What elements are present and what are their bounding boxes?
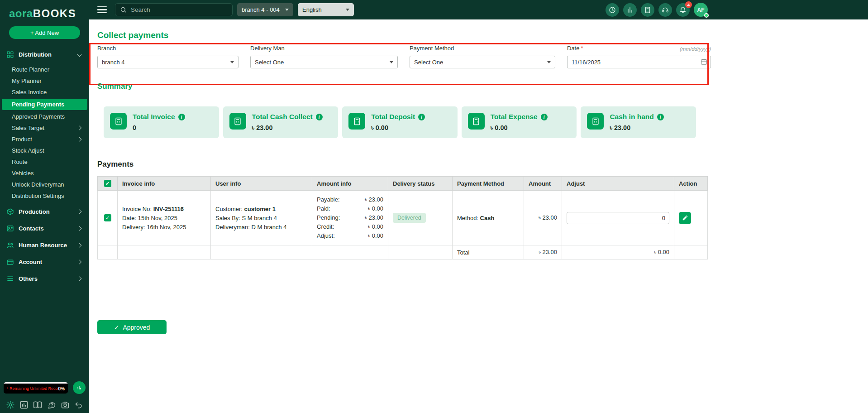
sidebar-item-product[interactable]: Product	[0, 134, 89, 145]
date-input[interactable]	[567, 56, 711, 68]
sidebar-item-route-planner[interactable]: Route Planner	[0, 64, 89, 75]
brand-badge[interactable]	[73, 381, 86, 394]
table-total-row: Total ৳ 23.00 ৳ 0.00	[98, 245, 708, 259]
avatar-initials: AF	[697, 7, 705, 13]
online-status-dot	[704, 13, 709, 18]
stats-button[interactable]	[623, 3, 637, 17]
info-icon[interactable]: i	[418, 114, 425, 120]
app-window: aoraBOOKS + Add New Distribution Route P…	[0, 0, 868, 413]
card-value: ৳ 0.00	[491, 124, 548, 132]
chevron-down-icon	[230, 61, 234, 63]
row-checkbox[interactable]: ✓	[104, 214, 111, 221]
sidebar-item-production[interactable]: Production	[0, 203, 89, 220]
stats-icon	[76, 384, 83, 391]
chart-icon[interactable]	[19, 400, 29, 409]
card-title: Total Deposit	[371, 113, 415, 121]
table-header-row: ✓ Invoice info User info Amount info Del…	[98, 177, 708, 191]
sidebar-item-route[interactable]: Route	[0, 156, 89, 168]
camera-icon[interactable]	[61, 400, 70, 409]
sidebar-item-label: Distribution	[19, 51, 52, 58]
calculator-button[interactable]	[641, 3, 654, 17]
info-icon[interactable]: i	[657, 114, 664, 120]
distribution-submenu: Route Planner My Planner Sales Invoice P…	[0, 63, 89, 203]
filter-date: Date* (mm/dd/yyyy)	[567, 45, 711, 68]
sidebar-item-distribution[interactable]: Distribution	[0, 46, 89, 63]
wallet-icon	[6, 258, 14, 266]
sidebar-item-unlock-deliveryman[interactable]: Unlock Deliveryman	[0, 179, 89, 190]
adjust-input[interactable]	[567, 212, 669, 224]
avatar[interactable]: AF	[694, 3, 708, 17]
sidebar-item-label: Product	[12, 136, 32, 143]
topbar-actions: 4 AF	[606, 3, 868, 17]
calculator-icon	[468, 113, 485, 130]
add-new-button[interactable]: + Add New	[9, 26, 80, 39]
gear-icon[interactable]	[6, 400, 15, 409]
sidebar-item-account[interactable]: Account	[0, 254, 89, 270]
book-icon[interactable]	[33, 400, 42, 409]
undo-icon[interactable]	[74, 400, 83, 409]
sidebar-item-sales-invoice[interactable]: Sales Invoice	[0, 86, 89, 98]
paid-amount: ৳ 0.00	[368, 205, 383, 212]
help-chat-icon[interactable]	[47, 400, 56, 409]
sidebar-item-label: Distribution Settings	[12, 192, 64, 199]
sidebar-item-pending-payments[interactable]: Pending Payments	[2, 99, 87, 110]
branch-select[interactable]: branch 4 - 004	[237, 3, 293, 16]
select-all-checkbox[interactable]: ✓	[104, 180, 111, 187]
summary-card-total-deposit: Total Depositi ৳ 0.00	[342, 106, 458, 138]
sidebar-item-distribution-settings[interactable]: Distribution Settings	[0, 190, 89, 202]
branch-filter-select[interactable]: branch 4	[97, 56, 238, 68]
column-amount: Amount	[524, 177, 562, 191]
credit-amount: ৳ 0.00	[368, 223, 383, 231]
search-icon	[120, 6, 127, 13]
date-label: Date*	[567, 45, 583, 52]
search-input[interactable]	[131, 6, 228, 13]
support-button[interactable]	[658, 3, 672, 17]
status-badge: Delivered	[393, 213, 426, 223]
info-icon[interactable]: i	[316, 114, 323, 120]
row-select-cell: ✓	[98, 191, 118, 245]
summary-card-cash-in-hand: Cash in handi ৳ 23.00	[581, 106, 696, 138]
time-tracker-button[interactable]	[606, 3, 619, 17]
date-format-hint: (mm/dd/yyyy)	[680, 46, 711, 52]
approved-button[interactable]: ✓ Approved	[97, 320, 167, 334]
production-box-icon	[6, 208, 14, 216]
sidebar-item-contacts[interactable]: Contacts	[0, 220, 89, 237]
info-icon[interactable]: i	[178, 114, 185, 120]
info-icon[interactable]: i	[541, 114, 548, 120]
chevron-right-icon	[77, 226, 82, 231]
delivery-man-select[interactable]: Select One	[250, 56, 398, 68]
notifications-button[interactable]: 4	[676, 3, 690, 17]
card-title: Total Expense	[491, 113, 538, 121]
column-invoice-info: Invoice info	[118, 177, 211, 191]
sidebar-item-stock-adjust[interactable]: Stock Adjust	[0, 145, 89, 156]
filter-branch: Branch branch 4	[97, 45, 238, 68]
sidebar-item-my-planner[interactable]: My Planner	[0, 75, 89, 86]
page-title: Collect payments	[97, 30, 860, 40]
sidebar-item-sales-target[interactable]: Sales Target	[0, 122, 89, 134]
sidebar-item-label: My Planner	[12, 77, 42, 84]
sidebar-item-human-resource[interactable]: Human Resource	[0, 237, 89, 254]
logo-text-primary: aora	[9, 7, 33, 19]
calendar-icon[interactable]	[700, 58, 708, 66]
sidebar-item-vehicles[interactable]: Vehicles	[0, 168, 89, 179]
menu-toggle-icon[interactable]	[97, 6, 107, 13]
language-select[interactable]: English	[298, 3, 354, 16]
edit-button[interactable]	[679, 212, 691, 224]
delivery-man-label: Delivery Man	[250, 45, 285, 52]
logo-text-secondary: BOOKS	[33, 7, 76, 19]
amount-info-cell: Payable:৳ 23.00 Paid:৳ 0.00 Pending:৳ 23…	[312, 191, 388, 245]
card-value: ৳ 23.00	[610, 124, 663, 132]
summary-card-total-cash-collect: Total Cash Collecti ৳ 23.00	[223, 106, 339, 138]
usage-banner: * Remaining Unlimited Reco.. 0%	[4, 382, 68, 394]
card-title: Total Invoice	[133, 113, 175, 121]
summary-cards: Total Invoicei 0 Total Cash Collecti ৳ 2…	[104, 106, 696, 138]
chevron-down-icon	[285, 9, 289, 11]
adjust-cell	[562, 191, 674, 245]
total-adjust-cell: ৳ 0.00	[562, 245, 674, 259]
check-icon: ✓	[114, 324, 119, 331]
payment-method-select[interactable]: Select One	[410, 56, 555, 68]
chevron-right-icon	[77, 243, 82, 248]
sidebar-item-approved-payments[interactable]: Approved Payments	[0, 111, 89, 122]
chevron-right-icon	[77, 277, 82, 281]
sidebar-item-others[interactable]: Others	[0, 270, 89, 287]
